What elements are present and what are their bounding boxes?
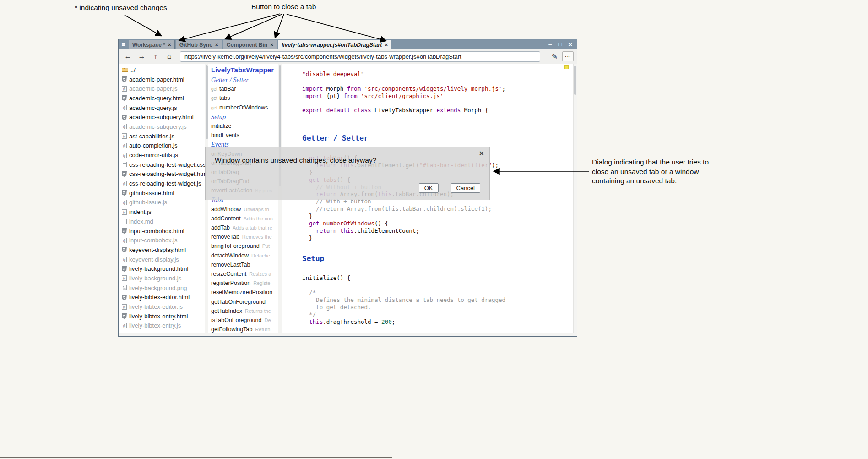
code-editor[interactable]: "disable deepeval"import Morph from 'src… bbox=[282, 64, 573, 336]
maximize-button[interactable]: □ bbox=[558, 41, 562, 47]
code-token: get bbox=[309, 220, 320, 227]
file-name: css-reloading-test-widget.html bbox=[129, 170, 205, 177]
file-item-github-issue-js[interactable]: @github-issue.js bbox=[119, 198, 205, 208]
window-controls: – □ × bbox=[548, 39, 577, 49]
arrow-close-githubsync-tab bbox=[225, 14, 282, 39]
outline-item-resizecontent[interactable]: resizeContentResizes a bbox=[211, 269, 278, 279]
outline-item-bringtoforeground[interactable]: bringToForegroundPut bbox=[211, 241, 278, 251]
minimize-button[interactable]: – bbox=[548, 41, 552, 47]
outline-item-removetab[interactable]: removeTabRemoves the bbox=[211, 232, 278, 241]
code-line bbox=[302, 121, 573, 129]
tab-lively-tabs-wrapper-js-ontabdragstart[interactable]: lively-tabs-wrapper.js#onTabDragStart× bbox=[278, 40, 391, 49]
file-item-index-md[interactable]: index.md bbox=[119, 217, 205, 226]
tab-close-button[interactable]: × bbox=[270, 42, 273, 48]
up-button[interactable]: ↑ bbox=[149, 51, 162, 62]
file-item-lively-bibtex-editor-js[interactable]: @lively-bibtex-editor.js bbox=[119, 302, 205, 311]
more-options-button[interactable]: ⋯ bbox=[562, 51, 574, 61]
tab-close-button[interactable]: × bbox=[168, 42, 171, 48]
file-item-lively-bibtex-editor-html[interactable]: lively-bibtex-editor.html bbox=[119, 293, 205, 302]
outline-item-registerposition[interactable]: registerPositionRegiste bbox=[211, 279, 278, 288]
file-item-keyevent-display-html[interactable]: keyevent-display.html bbox=[119, 245, 205, 255]
outline-item-removelasttab[interactable]: removeLastTab bbox=[211, 260, 278, 269]
file-item-lively-background-js[interactable]: @lively-background.js bbox=[119, 273, 205, 283]
svg-text:@: @ bbox=[123, 106, 125, 110]
window-close-button[interactable]: × bbox=[568, 41, 572, 48]
tab-close-button[interactable]: × bbox=[215, 42, 218, 48]
outline-item-label: removeLastTab bbox=[211, 262, 250, 268]
outline-item-tabbar[interactable]: gettabBar bbox=[211, 84, 278, 93]
tab-github-sync[interactable]: GitHub Sync× bbox=[176, 40, 222, 49]
code-line: to get detached. bbox=[302, 304, 573, 311]
code-line: import {pt} from 'src/client/graphics.js… bbox=[302, 93, 573, 100]
file-item-css-reloading-test-widget-html[interactable]: css-reloading-test-widget.html bbox=[119, 169, 205, 179]
edit-pencil-button[interactable]: ✎ bbox=[548, 51, 561, 62]
code-line: export default class LivelyTabsWrapper e… bbox=[302, 107, 573, 114]
home-button[interactable]: ⌂ bbox=[163, 51, 175, 62]
horizontal-scrollbar[interactable] bbox=[119, 333, 577, 336]
hamburger-menu-icon[interactable]: ≡ bbox=[119, 39, 129, 49]
outline-item-istabonforeground[interactable]: isTabOnForegroundDe bbox=[211, 316, 278, 325]
outline-item-gettabonforeground[interactable]: getTabOnForeground bbox=[211, 297, 278, 306]
file-item-lively-background-html[interactable]: lively-background.html bbox=[119, 264, 205, 273]
outline-item-addcontent[interactable]: addContentAdds the con bbox=[211, 214, 278, 223]
outline-item-label: registerPosition bbox=[211, 280, 250, 286]
js-file-icon: @ bbox=[122, 86, 127, 92]
outline-item-gettabindex[interactable]: getTabIndexReturns the bbox=[211, 306, 278, 316]
file-item-css-reloading-test-widget-css[interactable]: css-reloading-test-widget.css bbox=[119, 160, 205, 169]
outline-item-detachwindow[interactable]: detachWindowDetache bbox=[211, 251, 278, 260]
file-item-lively-background-png[interactable]: lively-background.png bbox=[119, 283, 205, 293]
file-item-ast-capabilities-js[interactable]: @ast-capabilities.js bbox=[119, 131, 205, 141]
dialog-close-icon[interactable]: × bbox=[479, 149, 484, 158]
js-file-icon: @ bbox=[122, 238, 127, 243]
file-item-lively-bibtex-entry-html[interactable]: lively-bibtex-entry.html bbox=[119, 311, 205, 321]
file-item-indent-js[interactable]: @indent.js bbox=[119, 207, 205, 217]
file-name: academic-paper.html bbox=[129, 76, 184, 83]
tab-workspace[interactable]: Workspace *× bbox=[129, 40, 175, 49]
file-item-academic-query-js[interactable]: @academic-query.js bbox=[119, 103, 205, 113]
outline-item-label: isTabOnForeground bbox=[211, 317, 261, 323]
file-list-scrollbar[interactable] bbox=[205, 64, 208, 336]
code-line: //return Array.from(this.tabBar.children… bbox=[302, 205, 573, 213]
file-item-lively-bibtex-entry-js[interactable]: @lively-bibtex-entry.js bbox=[119, 321, 205, 331]
outline-item-label: bringToForeground bbox=[211, 243, 260, 249]
tab-label: GitHub Sync bbox=[179, 42, 212, 48]
code-scrollbar-thumb[interactable] bbox=[574, 66, 576, 95]
code-scrollbar[interactable] bbox=[573, 64, 577, 336]
code-line: Defines the minimal distance a tab needs… bbox=[302, 296, 573, 304]
outline-scrollbar[interactable] bbox=[278, 64, 282, 336]
tab-close-button[interactable]: × bbox=[385, 42, 388, 48]
file-item-input-combobox-html[interactable]: input-combobox.html bbox=[119, 226, 205, 236]
file-item-input-combobox-js[interactable]: @input-combobox.js bbox=[119, 235, 205, 245]
file-item-keyevent-display-js[interactable]: @keyevent-display.js bbox=[119, 255, 205, 264]
file-item-academic-subquery-js[interactable]: @academic-subquery.js bbox=[119, 122, 205, 131]
forward-button[interactable]: → bbox=[136, 51, 148, 62]
file-item-academic-subquery-html[interactable]: academic-subquery.html bbox=[119, 112, 205, 122]
outline-item-initialize[interactable]: initialize bbox=[211, 121, 278, 131]
annotation-marker-icon[interactable] bbox=[564, 65, 569, 69]
outline-item-resetmemoziredposition[interactable]: resetMemoziredPosition bbox=[211, 288, 278, 297]
outline-item-tabs[interactable]: gettabs bbox=[211, 93, 278, 103]
outline-item-bindevents[interactable]: bindEvents bbox=[211, 131, 278, 140]
url-input[interactable] bbox=[180, 51, 540, 62]
file-item-code-mirror-utils-js[interactable]: @code-mirror-utils.js bbox=[119, 150, 205, 160]
file-item-academic-paper-html[interactable]: academic-paper.html bbox=[119, 75, 205, 84]
outline-class-title[interactable]: LivelyTabsWrapper bbox=[211, 65, 278, 75]
outline-item-numberofwindows[interactable]: getnumberOfWindows bbox=[211, 103, 278, 112]
cancel-button[interactable]: Cancel bbox=[451, 183, 480, 193]
file-name: lively-background.js bbox=[129, 275, 181, 282]
file-list-scrollbar-thumb[interactable] bbox=[206, 65, 208, 139]
code-line bbox=[302, 326, 573, 333]
arrow-close-componentbin-tab bbox=[275, 14, 284, 38]
file-item-auto-completion-js[interactable]: @auto-completion.js bbox=[119, 141, 205, 151]
file-item-academic-query-html[interactable]: academic-query.html bbox=[119, 93, 205, 103]
outline-item-addwindow[interactable]: addWindowUnwraps th bbox=[211, 205, 278, 214]
file-item-github-issue-html[interactable]: github-issue.html bbox=[119, 188, 205, 198]
outline-item-addtab[interactable]: addTabAdds a tab that re bbox=[211, 223, 278, 232]
tab-component-bin[interactable]: Component Bin× bbox=[223, 40, 277, 49]
file-item-parent-directory[interactable]: ../ bbox=[119, 65, 205, 75]
ok-button[interactable]: OK bbox=[419, 183, 439, 193]
file-name: keyevent-display.js bbox=[129, 256, 179, 263]
file-item-css-reloading-test-widget-js[interactable]: @css-reloading-test-widget.js bbox=[119, 179, 205, 188]
file-item-academic-paper-js[interactable]: @academic-paper.js bbox=[119, 84, 205, 93]
back-button[interactable]: ← bbox=[122, 51, 134, 62]
